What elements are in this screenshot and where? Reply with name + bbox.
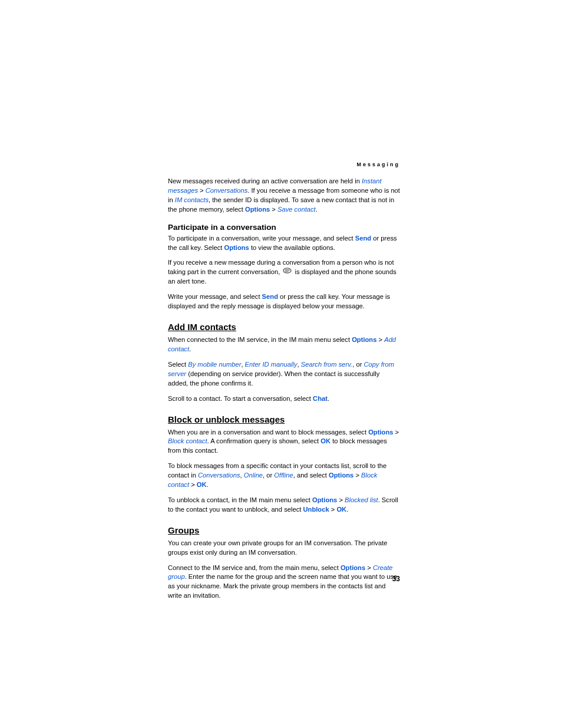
- link-blocked-list[interactable]: Blocked list: [345, 496, 378, 503]
- link-offline[interactable]: Offline: [274, 472, 293, 479]
- link-by-mobile-number[interactable]: By mobile number: [188, 361, 241, 368]
- paragraph-add-1: When connected to the IM service, in the…: [168, 335, 400, 354]
- link-conversations[interactable]: Conversations: [206, 187, 248, 194]
- paragraph-block-3: To unblock a contact, in the IM main men…: [168, 496, 400, 515]
- text: To unblock a contact, in the IM main men…: [168, 496, 312, 503]
- text: , and select: [293, 472, 329, 479]
- link-unblock[interactable]: Unblock: [303, 506, 329, 513]
- link-search-from-serv[interactable]: Search from serv.: [301, 361, 352, 368]
- text: (depending on service provider). When th…: [168, 370, 379, 387]
- paragraph-add-2: Select By mobile number, Enter ID manual…: [168, 360, 400, 388]
- text: >: [365, 564, 373, 571]
- text: >: [393, 429, 399, 436]
- link-chat[interactable]: Chat: [313, 395, 328, 402]
- link-conversations[interactable]: Conversations: [198, 472, 240, 479]
- link-options[interactable]: Options: [245, 206, 270, 213]
- running-header: Messaging: [168, 162, 400, 167]
- text: When you are in a conversation and want …: [168, 429, 368, 436]
- paragraph-block-1: When you are in a conversation and want …: [168, 428, 400, 456]
- text: . A confirmation query is shown, select: [207, 437, 321, 444]
- heading-add-im-contacts: Add IM contacts: [168, 322, 400, 332]
- paragraph-participate-1: To participate in a conversation, write …: [168, 234, 400, 253]
- text: >: [376, 336, 384, 343]
- page-content: Messaging New messages received during a…: [168, 162, 400, 607]
- text: .: [207, 481, 209, 488]
- text: >: [189, 481, 197, 488]
- link-im-contacts[interactable]: IM contacts: [175, 196, 209, 203]
- text: When connected to the IM service, in the…: [168, 336, 352, 343]
- text: >: [270, 206, 277, 213]
- text: New messages received during an active c…: [168, 177, 362, 185]
- paragraph-block-2: To block messages from a specific contac…: [168, 462, 400, 490]
- link-options[interactable]: Options: [352, 336, 376, 343]
- text: Write your message, and select: [168, 293, 262, 300]
- text: , or: [263, 472, 274, 479]
- text: .: [316, 206, 318, 213]
- text: >: [353, 472, 361, 479]
- paragraph-participate-2: If you receive a new message during a co…: [168, 258, 400, 286]
- text: Select: [168, 361, 188, 368]
- heading-groups: Groups: [168, 525, 400, 535]
- text: .: [328, 395, 329, 402]
- text: >: [337, 496, 345, 503]
- text: , or: [352, 361, 363, 368]
- link-save-contact[interactable]: Save contact: [277, 206, 316, 213]
- text: >: [329, 506, 337, 513]
- heading-block-unblock: Block or unblock messages: [168, 414, 400, 424]
- paragraph-participate-3: Write your message, and select Send or p…: [168, 292, 400, 311]
- link-send[interactable]: Send: [262, 293, 278, 300]
- text: Scroll to a contact. To start a conversa…: [168, 395, 313, 402]
- text: .: [189, 345, 191, 353]
- link-ok[interactable]: OK: [320, 437, 330, 444]
- link-options[interactable]: Options: [224, 244, 249, 251]
- link-options[interactable]: Options: [340, 564, 365, 571]
- text: To participate in a conversation, write …: [168, 235, 355, 242]
- text: Connect to the IM service and, from the …: [168, 564, 340, 571]
- paragraph-intro: New messages received during an active c…: [168, 177, 400, 215]
- paragraph-add-3: Scroll to a contact. To start a conversa…: [168, 394, 400, 404]
- link-options[interactable]: Options: [312, 496, 337, 503]
- text: to view the available options.: [249, 244, 335, 251]
- new-message-icon: [283, 268, 292, 277]
- link-ok[interactable]: OK: [336, 506, 346, 513]
- heading-participate: Participate in a conversation: [168, 223, 400, 232]
- text: .: [346, 506, 348, 513]
- link-send[interactable]: Send: [355, 235, 371, 242]
- paragraph-groups-1: You can create your own private groups f…: [168, 539, 400, 558]
- text: >: [198, 187, 206, 194]
- link-options[interactable]: Options: [329, 472, 353, 479]
- text: You can create your own private groups f…: [168, 539, 388, 556]
- link-enter-id-manually[interactable]: Enter ID manually: [245, 361, 297, 368]
- link-ok[interactable]: OK: [197, 481, 207, 488]
- link-block-contact[interactable]: Block contact: [168, 437, 207, 444]
- link-online[interactable]: Online: [244, 472, 263, 479]
- link-options[interactable]: Options: [368, 429, 393, 436]
- page-number: 33: [168, 575, 400, 583]
